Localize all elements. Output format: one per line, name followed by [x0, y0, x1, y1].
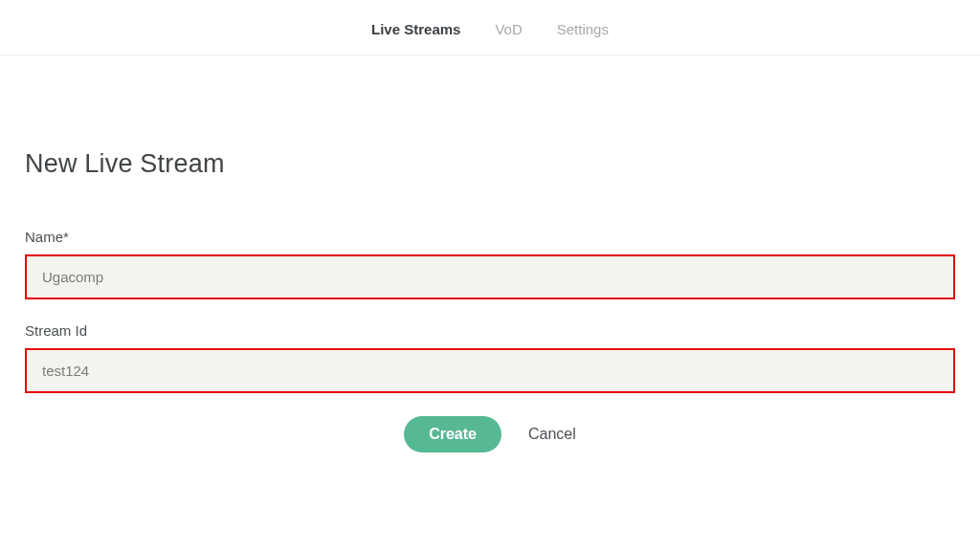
- stream-id-input[interactable]: [25, 348, 955, 393]
- top-nav: Live Streams VoD Settings: [0, 0, 980, 55]
- form-group-stream-id: Stream Id: [25, 322, 955, 393]
- form-group-name: Name*: [25, 229, 955, 299]
- stream-id-label: Stream Id: [25, 322, 955, 339]
- nav-live-streams[interactable]: Live Streams: [371, 21, 460, 37]
- create-button[interactable]: Create: [404, 416, 501, 452]
- name-label: Name*: [25, 229, 955, 245]
- nav-vod[interactable]: VoD: [495, 21, 522, 37]
- main-container: New Live Stream Name* Stream Id Create C…: [0, 149, 980, 452]
- actions-row: Create Cancel: [25, 416, 955, 452]
- name-input[interactable]: [25, 254, 955, 299]
- nav-settings[interactable]: Settings: [557, 21, 609, 37]
- cancel-button[interactable]: Cancel: [528, 426, 576, 443]
- page-title: New Live Stream: [25, 149, 955, 179]
